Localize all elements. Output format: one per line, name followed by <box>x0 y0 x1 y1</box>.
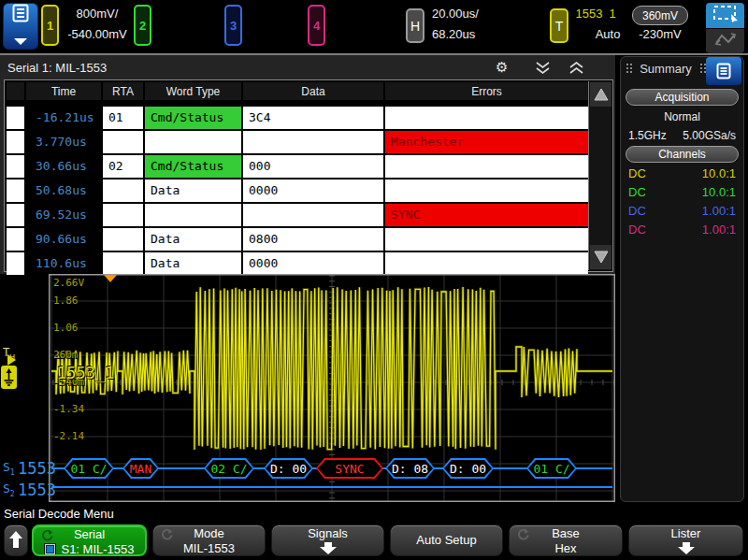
bus-s1-label[interactable]: S1 <box>3 460 15 477</box>
cell-rta <box>103 228 143 251</box>
trigger-level-button[interactable]: 360mV <box>632 6 688 25</box>
cell-wordtype <box>145 204 241 226</box>
decode-bubble[interactable]: D: 00 <box>264 458 313 479</box>
trigger-source-icon[interactable] <box>1 366 17 389</box>
col-header-rta: RTA <box>103 82 143 100</box>
lister-scrollbar[interactable] <box>588 81 611 270</box>
menu-back-button[interactable] <box>4 524 28 556</box>
waveform-display[interactable]: 2.66V 1.86 1.06 260m -540m -1.34 -2.14 1… <box>49 274 615 502</box>
channel-1-summary-row: DC 10.0:1 <box>628 166 736 185</box>
main-menu-button[interactable] <box>3 3 38 50</box>
axis-label: 2.66V <box>53 277 84 289</box>
channel-3-button[interactable]: 3 <box>224 5 242 46</box>
channel-2-summary-row: DC 10.0:1 <box>628 185 736 204</box>
row-marker[interactable] <box>7 228 24 251</box>
arrow-up-icon <box>5 525 27 555</box>
bus-s2-label[interactable]: S2 <box>3 481 15 498</box>
cell-wordtype <box>145 131 241 153</box>
channel-4-summary-row: DC 1.00:1 <box>628 223 736 241</box>
arrow-down-icon <box>677 542 696 554</box>
cell-errors <box>385 155 588 178</box>
softkey-signals[interactable]: Signals <box>271 524 384 556</box>
row-marker[interactable] <box>7 179 24 202</box>
decode-bubble-error[interactable]: SYNC <box>316 458 383 479</box>
decode-bubble[interactable]: D: 08 <box>385 458 435 479</box>
cell-wordtype: Data <box>145 252 241 275</box>
row-marker[interactable] <box>7 155 24 178</box>
lister-collapse-icon[interactable] <box>535 62 551 79</box>
trigger-level-2: -230mV <box>632 27 688 41</box>
lister-panel: Serial 1: MIL-1553 ⚙ Time RTA Word Type … <box>0 55 615 274</box>
row-marker[interactable] <box>7 252 24 275</box>
sidebar-menu-button[interactable] <box>706 57 741 85</box>
sidebar-title-row[interactable]: Summary <box>621 62 711 76</box>
arrow-down-icon <box>593 250 610 265</box>
bandwidth-value: 1.5GHz <box>628 129 667 142</box>
channels-section-button[interactable]: Channels <box>626 146 739 163</box>
channel-4-button[interactable]: 4 <box>308 5 325 46</box>
col-header-time: Time <box>26 82 101 100</box>
cell-data: 0000 <box>243 179 383 202</box>
probe-ratio: 10.0:1 <box>702 185 736 204</box>
decode-bubble[interactable]: 01 C/ <box>526 458 577 479</box>
acquisition-mode: Normal <box>621 110 743 123</box>
channel-1-scale: 800mV/ <box>62 7 133 21</box>
channel-2-button[interactable]: 2 <box>134 5 151 46</box>
probe-ratio: 10.0:1 <box>702 166 736 185</box>
trigger-level-arrow-icon[interactable] <box>7 354 16 366</box>
lister-title: Serial 1: MIL-1553 <box>7 61 107 75</box>
row-marker[interactable] <box>7 131 24 153</box>
cell-time: 30.66us <box>26 155 101 178</box>
lister-settings-gear-icon[interactable]: ⚙ <box>496 59 508 76</box>
cell-errors: Manchester <box>385 131 588 153</box>
axis-label: 1.86 <box>53 294 79 307</box>
horizontal-button[interactable]: H <box>406 8 424 43</box>
softkey-auto-setup[interactable]: Auto Setup <box>390 524 503 556</box>
summary-sidebar: Summary Acquisition Normal 1.5GHz 5.00GS… <box>620 56 744 502</box>
acquisition-stats: 1.5GHz 5.00GSa/s <box>628 129 736 142</box>
cell-time: 110.6us <box>26 252 101 275</box>
cell-wordtype: Data <box>145 179 241 202</box>
lister-expand-icon[interactable] <box>568 62 584 79</box>
row-marker[interactable] <box>7 107 24 129</box>
scroll-down-button[interactable] <box>590 245 611 269</box>
cell-errors <box>385 228 588 251</box>
drag-handle-icon[interactable] <box>626 63 632 75</box>
softkey-mode[interactable]: Mode MIL-1553 <box>152 524 266 556</box>
softkey-lister[interactable]: Lister <box>628 524 743 556</box>
arrow-down-icon <box>319 542 338 554</box>
col-header-errors: Errors <box>385 82 588 100</box>
trigger-source-number: 1 <box>606 7 619 21</box>
rect-select-tool-button[interactable] <box>706 3 744 28</box>
waveform-pan-tool-button[interactable] <box>706 29 744 53</box>
cell-rta <box>103 204 143 226</box>
col-header-wordtype: Word Type <box>145 82 241 100</box>
menu-list-icon <box>716 63 731 79</box>
decode-bubble[interactable]: D: 00 <box>442 458 494 479</box>
softkey-serial[interactable]: Serial S1: MIL-1553 <box>32 524 147 556</box>
cell-rta <box>103 252 143 275</box>
lister-table: Time RTA Word Type Data Errors -16.21us … <box>4 79 613 272</box>
channel-1-offset: -540.00mV <box>56 27 138 41</box>
sidebar-title: Summary <box>640 62 692 76</box>
serial-enabled-checkbox[interactable] <box>44 543 56 555</box>
menu-list-icon <box>11 4 30 30</box>
cell-time: 69.52us <box>26 204 101 226</box>
row-marker[interactable] <box>7 204 24 226</box>
softkey-base[interactable]: Base Hex <box>509 524 623 556</box>
cell-errors: SYNC <box>385 204 588 226</box>
decode-bubble[interactable]: 01 C/ <box>64 458 114 479</box>
bus-channel-label: 1553_1 <box>57 364 114 382</box>
decode-bubble[interactable]: 02 C/ <box>204 458 254 479</box>
trigger-button[interactable]: T <box>550 8 568 43</box>
col-header-marker <box>7 82 24 100</box>
oscilloscope-screen: { "topbar": { "channels": [ { "num": "1"… <box>0 0 748 560</box>
acquisition-section-button[interactable]: Acquisition <box>626 89 739 106</box>
scroll-up-button[interactable] <box>590 82 611 107</box>
cell-time: 3.770us <box>26 131 101 153</box>
timebase-delay: 68.20us <box>428 27 501 41</box>
probe-ratio: 1.00:1 <box>702 204 736 223</box>
drag-handle-icon[interactable] <box>699 63 706 75</box>
coupling: DC <box>628 204 646 223</box>
cell-data: 0800 <box>243 228 383 251</box>
